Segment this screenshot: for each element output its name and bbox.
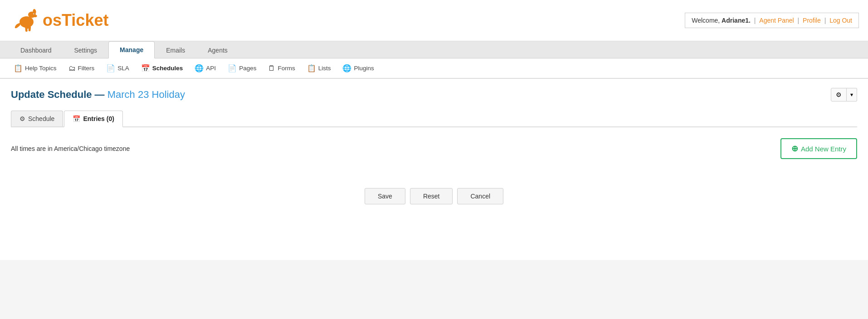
subnav-api[interactable]: 🌐 API	[190, 62, 220, 74]
svg-rect-6	[28, 26, 31, 32]
nav-agents[interactable]: Agents	[196, 42, 239, 58]
api-icon: 🌐	[195, 64, 204, 72]
tab-entries-icon: 📅	[73, 115, 80, 122]
svg-point-0	[20, 16, 34, 28]
tab-entries-label: Entries (0)	[83, 115, 114, 122]
main-nav: Dashboard Settings Manage Emails Agents	[0, 41, 868, 58]
subnav-schedules[interactable]: 📅 Schedules	[137, 62, 188, 74]
page-title-dash: —	[95, 89, 107, 100]
tab-schedule-icon: ⚙	[20, 115, 25, 122]
nav-emails[interactable]: Emails	[155, 42, 196, 58]
subnav-help-topics[interactable]: 📋 Help Topics	[9, 62, 61, 74]
pages-icon: 📄	[228, 64, 237, 72]
lists-icon: 📋	[307, 64, 316, 72]
dropdown-button[interactable]: ▾	[847, 88, 857, 102]
subnav-filters[interactable]: 🗂 Filters	[64, 63, 99, 74]
subnav-sla[interactable]: 📄 SLA	[102, 62, 134, 74]
welcome-text: Welcome,	[692, 17, 722, 24]
profile-link[interactable]: Profile	[803, 17, 821, 24]
tab-entries[interactable]: 📅 Entries (0)	[64, 111, 122, 127]
top-header: osTicket Welcome, Adriane1. | Agent Pane…	[0, 0, 868, 41]
tabs-row: ⚙ Schedule 📅 Entries (0)	[11, 111, 857, 127]
schedules-icon: 📅	[141, 64, 150, 72]
subnav-filters-label: Filters	[78, 65, 95, 72]
page-title-row: Update Schedule — March 23 Holiday ⚙ ▾	[11, 88, 857, 102]
subnav-pages[interactable]: 📄 Pages	[223, 62, 261, 74]
page-title-main: Update Schedule	[11, 89, 92, 100]
subnav-api-label: API	[206, 65, 216, 72]
filters-icon: 🗂	[68, 64, 76, 72]
sub-nav: 📋 Help Topics 🗂 Filters 📄 SLA 📅 Schedule…	[0, 58, 868, 79]
sla-icon: 📄	[106, 64, 115, 72]
subnav-plugins[interactable]: 🌐 Plugins	[338, 62, 378, 74]
add-entry-plus-icon: ⊕	[791, 144, 798, 154]
page-title: Update Schedule — March 23 Holiday	[11, 89, 185, 101]
subnav-sla-label: SLA	[117, 65, 129, 72]
subnav-schedules-label: Schedules	[152, 65, 183, 72]
logo-area: osTicket	[9, 5, 108, 36]
subnav-lists-label: Lists	[318, 65, 331, 72]
timezone-text: All times are in America/Chicago timezon…	[11, 145, 130, 152]
nav-manage[interactable]: Manage	[108, 41, 155, 58]
forms-icon: 🗒	[268, 64, 275, 72]
kangaroo-logo	[9, 5, 41, 36]
subnav-pages-label: Pages	[239, 65, 256, 72]
subnav-help-topics-label: Help Topics	[25, 65, 57, 72]
subnav-lists[interactable]: 📋 Lists	[302, 62, 336, 74]
separator3: |	[824, 17, 828, 24]
tab-schedule[interactable]: ⚙ Schedule	[11, 111, 63, 126]
svg-point-8	[34, 14, 34, 14]
subnav-forms-label: Forms	[278, 65, 295, 72]
gear-button[interactable]: ⚙	[831, 88, 847, 102]
form-buttons: Save Reset Cancel	[11, 179, 857, 204]
agent-panel-link[interactable]: Agent Panel	[759, 17, 794, 24]
welcome-box: Welcome, Adriane1. | Agent Panel | Profi…	[685, 13, 859, 28]
info-row: All times are in America/Chicago timezon…	[11, 136, 857, 161]
add-entry-label: Add New Entry	[801, 145, 846, 153]
save-button[interactable]: Save	[365, 188, 405, 204]
separator1: |	[754, 17, 758, 24]
subnav-forms[interactable]: 🗒 Forms	[263, 63, 299, 74]
content-area: Update Schedule — March 23 Holiday ⚙ ▾ ⚙…	[0, 79, 868, 260]
add-new-entry-button[interactable]: ⊕ Add New Entry	[780, 138, 857, 159]
logo-text: osTicket	[43, 12, 108, 29]
page-title-subtitle: March 23 Holiday	[107, 89, 185, 100]
help-topics-icon: 📋	[14, 64, 23, 72]
username: Adriane1.	[722, 17, 751, 24]
svg-point-3	[33, 14, 37, 17]
nav-settings[interactable]: Settings	[63, 42, 109, 58]
title-actions: ⚙ ▾	[831, 88, 857, 102]
reset-button[interactable]: Reset	[410, 188, 453, 204]
separator2: |	[798, 17, 801, 24]
logout-link[interactable]: Log Out	[829, 17, 852, 24]
cancel-button[interactable]: Cancel	[457, 188, 503, 204]
tab-schedule-label: Schedule	[28, 115, 54, 122]
plugins-icon: 🌐	[342, 64, 351, 72]
subnav-plugins-label: Plugins	[354, 65, 374, 72]
logo-ticket: Ticket	[62, 11, 108, 29]
logo-os: os	[43, 11, 62, 29]
nav-dashboard[interactable]: Dashboard	[9, 42, 63, 58]
